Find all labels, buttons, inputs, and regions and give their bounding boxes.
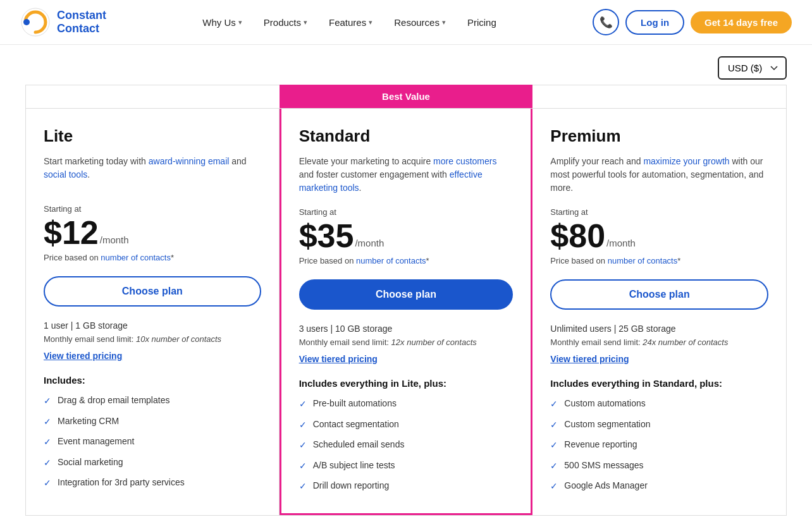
standard-includes-header: Includes everything in Lite, plus:	[299, 378, 514, 389]
pricing-grid: Lite Start marketing today with award-wi…	[25, 108, 787, 516]
standard-price-note: Price based on number of contacts*	[299, 256, 514, 265]
standard-features: ✓Pre-built automations ✓Contact segmenta…	[299, 398, 514, 493]
check-icon: ✓	[44, 416, 51, 429]
premium-meta: Unlimited users | 25 GB storage	[550, 324, 768, 334]
plan-standard: Standard Elevate your marketing to acqui…	[280, 109, 533, 515]
check-icon: ✓	[550, 460, 558, 473]
check-icon: ✓	[44, 457, 51, 470]
check-icon: ✓	[44, 436, 51, 449]
nav-features[interactable]: Features ▾	[320, 12, 381, 33]
plan-premium: Premium Amplify your reach and maximize …	[532, 109, 786, 515]
list-item: ✓Contact segmentation	[299, 418, 514, 432]
check-icon: ✓	[299, 439, 307, 452]
phone-button[interactable]: 📞	[593, 9, 619, 35]
nav-products[interactable]: Products ▾	[255, 12, 316, 33]
nav-actions: 📞 Log in Get 14 days free	[593, 9, 792, 35]
standard-starting-at: Starting at	[299, 207, 514, 217]
list-item: ✓Drill down reporting	[299, 480, 514, 493]
lite-features: ✓Drag & drop email templates ✓Marketing …	[44, 394, 261, 490]
premium-plan-name: Premium	[550, 126, 768, 146]
standard-view-tiered[interactable]: View tiered pricing	[299, 354, 378, 364]
standard-price: $35 /month	[299, 219, 514, 252]
get-free-button[interactable]: Get 14 days free	[691, 11, 792, 33]
list-item: ✓Custom automations	[550, 398, 768, 411]
lite-choose-button[interactable]: Choose plan	[44, 276, 261, 307]
best-value-banner: Best Value	[280, 85, 533, 108]
check-icon: ✓	[44, 477, 51, 490]
pricing-section: Best Value Lite Start marketing today wi…	[0, 85, 812, 529]
list-item: ✓Custom segmentation	[550, 418, 768, 432]
lite-price: $12 /month	[44, 216, 261, 249]
premium-plan-desc: Amplify your reach and maximize your gro…	[550, 155, 768, 195]
standard-meta: 3 users | 10 GB storage	[299, 324, 514, 334]
premium-send-limit: Monthly email send limit: 24x number of …	[550, 337, 768, 347]
svg-point-1	[23, 19, 30, 25]
list-item: ✓A/B subject line tests	[299, 459, 514, 473]
nav-resources[interactable]: Resources ▾	[385, 12, 455, 33]
chevron-down-icon: ▾	[238, 18, 242, 27]
list-item: ✓Integration for 3rd party services	[44, 477, 261, 490]
premium-features: ✓Custom automations ✓Custom segmentation…	[550, 398, 768, 493]
nav-why-us[interactable]: Why Us ▾	[194, 12, 251, 33]
premium-includes-header: Includes everything in Standard, plus:	[550, 378, 768, 389]
logo-icon	[20, 7, 51, 37]
check-icon: ✓	[550, 480, 558, 493]
check-icon: ✓	[550, 398, 558, 411]
check-icon: ✓	[550, 419, 558, 432]
currency-bar: USD ($) EUR (€) GBP (£) CAD ($) AUD ($)	[0, 45, 812, 85]
login-button[interactable]: Log in	[625, 10, 684, 35]
lite-view-tiered[interactable]: View tiered pricing	[44, 351, 122, 361]
standard-plan-desc: Elevate your marketing to acquire more c…	[299, 155, 514, 195]
logo-text: Constant Contact	[57, 9, 106, 35]
standard-send-limit: Monthly email send limit: 12x number of …	[299, 337, 514, 347]
list-item: ✓Google Ads Manager	[550, 480, 768, 493]
list-item: ✓500 SMS messages	[550, 459, 768, 473]
logo[interactable]: Constant Contact	[20, 7, 106, 37]
check-icon: ✓	[299, 460, 307, 473]
list-item: ✓Event management	[44, 435, 261, 449]
check-icon: ✓	[299, 419, 307, 432]
check-icon: ✓	[550, 439, 558, 452]
lite-meta: 1 user | 1 GB storage	[44, 320, 261, 331]
premium-price: $80 /month	[550, 219, 768, 252]
list-item: ✓Revenue reporting	[550, 439, 768, 452]
list-item: ✓Scheduled email sends	[299, 439, 514, 452]
lite-plan-name: Lite	[44, 126, 261, 146]
check-icon: ✓	[44, 395, 51, 408]
currency-select[interactable]: USD ($) EUR (€) GBP (£) CAD ($) AUD ($)	[718, 56, 787, 80]
nav-links: Why Us ▾ Products ▾ Features ▾ Resources…	[194, 12, 505, 33]
lite-send-limit: Monthly email send limit: 10x number of …	[44, 334, 261, 344]
check-icon: ✓	[299, 398, 307, 411]
lite-plan-desc: Start marketing today with award-winning…	[44, 155, 261, 192]
phone-icon: 📞	[600, 16, 613, 29]
list-item: ✓Marketing CRM	[44, 415, 261, 429]
chevron-down-icon: ▾	[442, 18, 446, 27]
premium-view-tiered[interactable]: View tiered pricing	[550, 354, 629, 364]
chevron-down-icon: ▾	[369, 18, 372, 27]
plan-lite: Lite Start marketing today with award-wi…	[26, 109, 280, 515]
lite-includes-header: Includes:	[44, 375, 261, 386]
chevron-down-icon: ▾	[304, 18, 307, 27]
premium-price-note: Price based on number of contacts*	[550, 256, 768, 265]
list-item: ✓Social marketing	[44, 456, 261, 470]
lite-starting-at: Starting at	[44, 204, 261, 214]
standard-plan-name: Standard	[299, 126, 514, 146]
standard-choose-button[interactable]: Choose plan	[299, 279, 514, 310]
premium-choose-button[interactable]: Choose plan	[550, 279, 768, 310]
main-nav: Constant Contact Why Us ▾ Products ▾ Fea…	[0, 0, 812, 45]
lite-price-note: Price based on number of contacts*	[44, 253, 261, 262]
nav-pricing[interactable]: Pricing	[458, 12, 505, 33]
list-item: ✓Pre-built automations	[299, 398, 514, 411]
list-item: ✓Drag & drop email templates	[44, 394, 261, 408]
premium-starting-at: Starting at	[550, 207, 768, 217]
check-icon: ✓	[299, 480, 307, 493]
